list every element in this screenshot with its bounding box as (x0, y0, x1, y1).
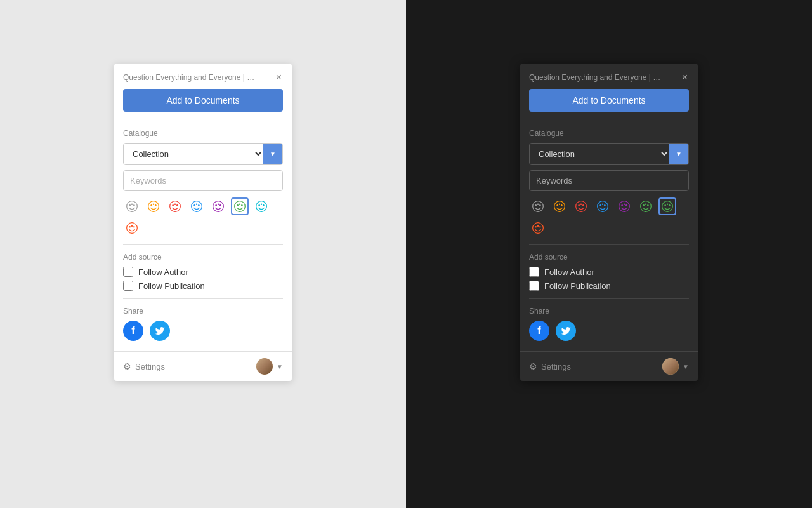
svg-point-15 (198, 204, 200, 206)
user-dropdown-arrow-right: ▼ (683, 363, 689, 370)
facebook-button-right[interactable]: f (529, 321, 549, 341)
catalogue-dropdown-left[interactable]: Collection ▼ (123, 143, 283, 165)
palette-icon-7-right[interactable] (658, 197, 676, 215)
catalogue-select-left[interactable]: Collection (124, 144, 263, 164)
palette-icon-5-left[interactable] (209, 197, 227, 215)
palette-icon-3-right[interactable] (572, 197, 590, 215)
svg-point-41 (578, 204, 580, 206)
follow-publication-checkbox-left[interactable] (123, 281, 133, 291)
add-to-documents-button-right[interactable]: Add to Documents (529, 89, 689, 112)
catalogue-dropdown-right[interactable]: Collection ▼ (529, 143, 689, 165)
svg-point-53 (643, 204, 645, 206)
svg-point-50 (624, 203, 625, 205)
left-panel: Question Everything and Everyone | … × A… (0, 0, 406, 508)
svg-point-4 (148, 201, 159, 212)
popup-title-left: Question Everything and Everyone | … (123, 73, 254, 82)
twitter-button-left[interactable] (150, 321, 170, 341)
close-button-right[interactable]: × (681, 71, 689, 84)
settings-area-right[interactable]: ⚙ Settings (529, 361, 571, 371)
follow-publication-row-left: Follow Publication (123, 281, 283, 291)
user-dropdown-arrow-left: ▼ (277, 363, 283, 370)
palette-icon-7-left[interactable] (252, 197, 270, 215)
svg-point-40 (576, 201, 587, 212)
palette-icon-2-left[interactable] (145, 197, 162, 215)
follow-author-checkbox-left[interactable] (123, 267, 133, 277)
keywords-input-right[interactable] (529, 170, 689, 191)
svg-point-46 (602, 203, 604, 205)
svg-point-28 (127, 223, 138, 234)
catalogue-label-left: Catalogue (123, 129, 283, 138)
catalogue-arrow-right[interactable]: ▼ (669, 144, 688, 164)
right-panel: Question Everything and Everyone | … × A… (406, 0, 812, 508)
svg-point-5 (150, 204, 152, 206)
svg-point-34 (537, 203, 539, 205)
svg-point-27 (263, 204, 265, 206)
catalogue-arrow-left[interactable]: ▼ (263, 144, 282, 164)
divider-1-left (123, 121, 283, 121)
follow-publication-checkbox-right[interactable] (529, 281, 539, 291)
svg-point-20 (235, 201, 246, 212)
settings-label-right: Settings (541, 362, 571, 371)
divider-3-right (529, 298, 689, 299)
divider-2-left (123, 244, 283, 245)
svg-point-37 (556, 204, 558, 206)
avatar-image-left (256, 358, 273, 375)
close-button-left[interactable]: × (275, 71, 283, 84)
svg-point-35 (539, 204, 541, 206)
svg-point-16 (213, 201, 224, 212)
share-label-right: Share (529, 307, 689, 316)
divider-3-left (123, 298, 283, 299)
follow-author-row-right: Follow Author (529, 267, 689, 277)
avatar-left (256, 358, 273, 375)
palette-icon-8-right[interactable] (529, 219, 547, 237)
svg-point-6 (153, 203, 155, 205)
avatar-right (662, 358, 679, 375)
svg-point-38 (559, 203, 561, 205)
svg-point-55 (647, 204, 649, 206)
svg-point-13 (193, 204, 195, 206)
user-area-left[interactable]: ▼ (256, 358, 283, 375)
footer-bar-right: ⚙ Settings ▼ (520, 351, 698, 381)
catalogue-select-right[interactable]: Collection (530, 144, 669, 164)
svg-point-58 (667, 203, 669, 205)
facebook-button-left[interactable]: f (123, 321, 143, 341)
popup-header-right: Question Everything and Everyone | … × (520, 64, 698, 89)
palette-icon-2-right[interactable] (551, 197, 568, 215)
svg-point-51 (625, 204, 627, 206)
svg-point-8 (170, 201, 181, 212)
twitter-button-right[interactable] (556, 321, 576, 341)
palette-icon-6-left[interactable] (231, 197, 249, 215)
svg-point-19 (219, 204, 221, 206)
svg-point-61 (535, 226, 537, 228)
follow-author-label-right: Follow Author (544, 267, 594, 277)
share-label-left: Share (123, 307, 283, 316)
popup-header-left: Question Everything and Everyone | … × (114, 64, 292, 89)
user-area-right[interactable]: ▼ (662, 358, 689, 375)
svg-point-23 (241, 204, 243, 206)
add-to-documents-button-left[interactable]: Add to Documents (123, 89, 283, 112)
settings-area-left[interactable]: ⚙ Settings (123, 361, 165, 371)
popup-body-right: Add to Documents Catalogue Collection ▼ (520, 89, 698, 349)
palette-icon-3-left[interactable] (166, 197, 184, 215)
keywords-input-left[interactable] (123, 170, 283, 191)
palette-icon-5-right[interactable] (615, 197, 633, 215)
palette-icon-8-left[interactable] (123, 219, 141, 237)
svg-point-11 (176, 204, 178, 206)
palette-icon-4-left[interactable] (188, 197, 206, 215)
palette-icon-4-right[interactable] (594, 197, 612, 215)
svg-point-59 (669, 204, 671, 206)
palette-icon-1-left[interactable] (123, 197, 141, 215)
svg-point-44 (598, 201, 608, 212)
palette-icon-1-right[interactable] (529, 197, 547, 215)
svg-point-48 (619, 201, 630, 212)
add-source-section-right: Add source Follow Author Follow Publicat… (529, 253, 689, 291)
palette-icon-6-right[interactable] (637, 197, 655, 215)
follow-publication-label-right: Follow Publication (544, 281, 611, 291)
svg-point-7 (155, 204, 157, 206)
svg-point-21 (237, 204, 239, 206)
svg-point-31 (133, 226, 135, 228)
follow-author-checkbox-right[interactable] (529, 267, 539, 277)
svg-point-57 (664, 204, 666, 206)
share-section-left: Share f (123, 307, 283, 341)
svg-point-0 (127, 201, 138, 212)
